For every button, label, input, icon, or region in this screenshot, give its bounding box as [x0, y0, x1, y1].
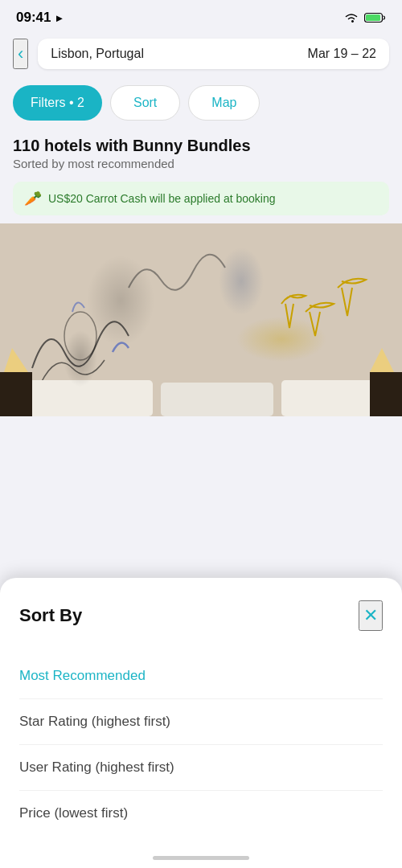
svg-rect-5 — [161, 383, 273, 416]
sort-bottom-sheet: Sort By ✕ Most Recommended Star Rating (… — [0, 578, 402, 868]
home-indicator — [153, 856, 249, 860]
svg-marker-10 — [370, 348, 394, 372]
location-arrow-icon: ► — [54, 12, 64, 24]
sort-option-star-rating[interactable]: Star Rating (highest first) — [19, 699, 383, 745]
svg-point-3 — [64, 312, 96, 360]
location-text: Lisbon, Portugal — [51, 47, 144, 61]
hotel-image-placeholder — [0, 223, 402, 416]
results-header: 110 hotels with Bunny Bundles Sorted by … — [0, 130, 402, 174]
carrot-icon: 🥕 — [24, 190, 42, 207]
filter-row: Filters • 2 Sort Map — [0, 76, 402, 130]
battery-icon — [364, 12, 386, 23]
sheet-header: Sort By ✕ — [19, 600, 383, 631]
sort-option-user-rating[interactable]: User Rating (highest first) — [19, 745, 383, 791]
svg-rect-8 — [370, 372, 402, 416]
carrot-cash-text: US$20 Carrot Cash will be applied at boo… — [48, 192, 276, 205]
search-bar: ‹ Lisbon, Portugal Mar 19 – 22 — [0, 32, 402, 76]
back-button[interactable]: ‹ — [13, 39, 28, 69]
sheet-title: Sort By — [19, 605, 82, 626]
status-icons — [343, 12, 386, 23]
sort-option-price[interactable]: Price (lowest first) — [19, 791, 383, 836]
carrot-cash-banner: 🥕 US$20 Carrot Cash will be applied at b… — [13, 182, 389, 215]
map-button[interactable]: Map — [188, 85, 260, 121]
status-time: 09:41 ► — [16, 10, 64, 26]
results-subtitle: Sorted by most recommended — [13, 157, 389, 170]
hotel-art-svg — [0, 223, 402, 416]
wifi-icon — [343, 12, 359, 23]
svg-rect-6 — [281, 380, 378, 416]
time-label: 09:41 — [16, 10, 51, 26]
results-title: 110 hotels with Bunny Bundles — [13, 137, 389, 155]
svg-rect-2 — [0, 223, 402, 416]
hotel-image — [0, 223, 402, 416]
close-sheet-button[interactable]: ✕ — [359, 600, 383, 631]
svg-rect-7 — [0, 372, 32, 416]
sort-options-list: Most Recommended Star Rating (highest fi… — [19, 653, 383, 836]
svg-rect-4 — [24, 380, 153, 416]
svg-rect-1 — [366, 14, 380, 21]
sort-button[interactable]: Sort — [110, 85, 180, 121]
sort-option-most-recommended[interactable]: Most Recommended — [19, 653, 383, 699]
date-range: Mar 19 – 22 — [308, 47, 376, 61]
status-bar: 09:41 ► — [0, 0, 402, 32]
svg-marker-9 — [4, 348, 28, 372]
filters-button[interactable]: Filters • 2 — [13, 85, 102, 121]
search-location-box[interactable]: Lisbon, Portugal Mar 19 – 22 — [38, 39, 389, 69]
